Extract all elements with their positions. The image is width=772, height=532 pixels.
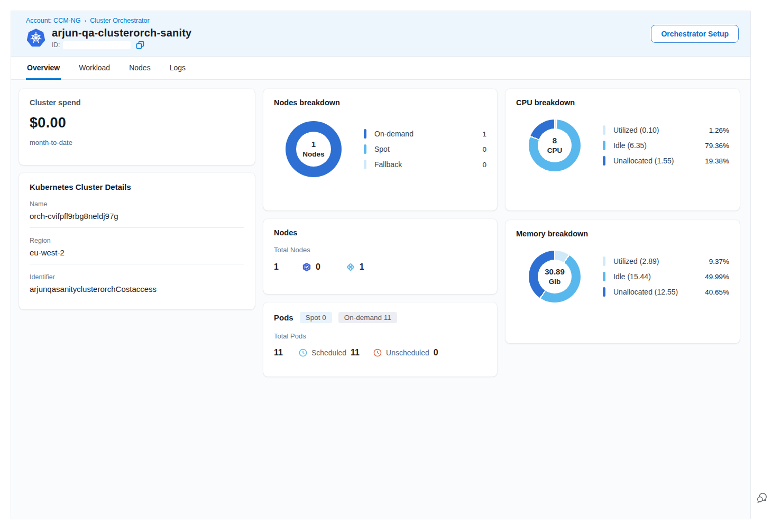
divider xyxy=(30,227,244,228)
donut-center: 30.89 Gib xyxy=(538,260,572,293)
breadcrumb-separator: › xyxy=(85,17,87,24)
pods-stats-row: 11 Scheduled 11 xyxy=(274,348,486,357)
memory-breakdown-legend: Utilized (2.89) 9.37% Idle (15.44) 49.99… xyxy=(603,252,729,301)
scheduled-pods-stat: Scheduled 11 xyxy=(299,348,360,357)
clock-icon-blue xyxy=(299,348,307,357)
pods-card: Pods Spot 0 On-demand 11 Total Pods 11 xyxy=(263,302,497,377)
donut-center-value: 8 xyxy=(553,135,557,146)
tab-overview[interactable]: Overview xyxy=(26,57,61,80)
field-label-identifier: Identifier xyxy=(30,273,244,281)
pods-spot-badge: Spot 0 xyxy=(300,312,332,323)
donut-center-value: 30.89 xyxy=(545,267,565,277)
cluster-id-label: ID: xyxy=(52,41,60,49)
legend-label: Unallocated (1.55) xyxy=(613,157,705,165)
tab-nodes[interactable]: Nodes xyxy=(128,57,151,80)
donut-center-label: Gib xyxy=(549,277,561,287)
spot-hexagon-icon xyxy=(302,262,311,272)
donut-center-label: Nodes xyxy=(302,150,324,159)
field-value-identifier: arjunqasanityclusterorchCostaccess xyxy=(30,285,244,293)
field-label-region: Region xyxy=(30,237,244,244)
nodes-breakdown-legend: On-demand 1 Spot 0 Fallback 0 xyxy=(364,124,486,174)
cluster-spend-period: month-to-date xyxy=(30,139,244,146)
legend-label: Unallocated (12.55) xyxy=(613,288,705,296)
pods-title-row: Pods Spot 0 On-demand 11 xyxy=(274,312,486,323)
unscheduled-pods-stat: Unscheduled 0 xyxy=(373,348,438,357)
field-value-name: orch-cvifpfl9rbg8neldj97g xyxy=(30,212,244,221)
content-area: Cluster spend $0.00 month-to-date Kubern… xyxy=(11,80,750,386)
nodes-breakdown-title: Nodes breakdown xyxy=(274,98,486,107)
cpu-breakdown-card: CPU breakdown 8 CPU Utilized (0.10) 1.26… xyxy=(506,89,740,210)
legend-row: Idle (6.35) 79.36% xyxy=(603,140,729,151)
on-demand-nodes-count: 1 xyxy=(360,262,364,272)
legend-label: On-demand xyxy=(374,130,482,138)
column-right: CPU breakdown 8 CPU Utilized (0.10) 1.26… xyxy=(506,89,740,343)
cluster-spend-amount: $0.00 xyxy=(30,115,244,131)
tab-bar: Overview Workload Nodes Logs xyxy=(11,57,750,80)
breadcrumb: Account: CCM-NG › Cluster Orchestrator xyxy=(26,17,739,24)
legend-marker-unallocated xyxy=(603,287,605,297)
total-nodes-value: 1 xyxy=(274,262,279,272)
legend-row: On-demand 1 xyxy=(364,128,486,140)
panel-header: Account: CCM-NG › Cluster Orchestrator xyxy=(11,11,750,57)
unscheduled-label: Unscheduled xyxy=(386,348,429,357)
nodes-card-title: Nodes xyxy=(274,228,486,237)
nodes-donut-chart: 1 Nodes xyxy=(286,121,342,177)
tab-workload[interactable]: Workload xyxy=(78,57,111,80)
breadcrumb-account-link[interactable]: Account: CCM-NG xyxy=(26,17,81,24)
cpu-breakdown-title: CPU breakdown xyxy=(516,98,729,107)
memory-breakdown-title: Memory breakdown xyxy=(516,230,729,238)
legend-value: 0 xyxy=(482,145,486,153)
on-demand-nodes-stat: 1 xyxy=(346,262,364,272)
cluster-spend-title: Cluster spend xyxy=(30,98,244,107)
legend-value: 49.99% xyxy=(705,273,729,281)
memory-donut-chart: 30.89 Gib xyxy=(529,251,581,302)
field-value-region: eu-west-2 xyxy=(30,248,244,257)
copy-icon[interactable] xyxy=(136,41,144,49)
legend-value: 9.37% xyxy=(709,258,729,265)
title-row: arjun-qa-clusterorch-sanity ID: xyxy=(26,27,739,49)
total-nodes-label: Total Nodes xyxy=(274,246,486,254)
on-demand-diamond-icon xyxy=(346,262,355,272)
scheduled-count: 11 xyxy=(351,348,360,357)
cluster-details-title: Kubernetes Cluster Details xyxy=(30,182,244,191)
legend-marker-idle xyxy=(603,141,605,150)
legend-label: Fallback xyxy=(374,160,482,169)
breadcrumb-section-link[interactable]: Cluster Orchestrator xyxy=(90,17,150,24)
legend-marker-fallback xyxy=(364,160,366,169)
legend-label: Idle (15.44) xyxy=(613,272,705,281)
legend-row: Utilized (0.10) 1.26% xyxy=(603,124,729,136)
spot-nodes-stat: 0 xyxy=(302,262,320,272)
tab-logs[interactable]: Logs xyxy=(169,57,187,80)
kubernetes-icon xyxy=(26,28,46,48)
legend-row: Utilized (2.89) 9.37% xyxy=(603,255,729,267)
nodes-card: Nodes Total Nodes 1 xyxy=(263,219,497,294)
legend-label: Utilized (2.89) xyxy=(613,257,709,265)
legend-value: 40.65% xyxy=(705,288,729,296)
total-pods-value: 11 xyxy=(274,348,283,357)
chat-bubbles-icon[interactable] xyxy=(756,491,768,504)
legend-marker-utilized xyxy=(603,256,605,266)
cluster-id-row: ID: xyxy=(52,41,191,49)
legend-marker-unallocated xyxy=(603,156,605,166)
cpu-donut-chart: 8 CPU xyxy=(529,120,581,171)
legend-label: Idle (6.35) xyxy=(613,141,705,150)
legend-value: 19.38% xyxy=(705,157,729,165)
legend-row: Spot 0 xyxy=(364,143,486,155)
legend-marker-utilized xyxy=(603,125,605,135)
legend-value: 1.26% xyxy=(709,126,729,134)
legend-row: Fallback 0 xyxy=(364,159,486,170)
legend-marker-idle xyxy=(603,272,605,281)
unscheduled-count: 0 xyxy=(434,348,438,357)
title-block: arjun-qa-clusterorch-sanity ID: xyxy=(52,27,191,49)
orchestrator-setup-button[interactable]: Orchestrator Setup xyxy=(651,25,739,43)
legend-row: Unallocated (1.55) 19.38% xyxy=(603,155,729,167)
legend-marker-spot xyxy=(364,144,366,154)
legend-marker-on-demand xyxy=(364,129,366,139)
memory-breakdown-card: Memory breakdown 30.89 Gib Utilized (2.8… xyxy=(506,220,740,343)
legend-row: Idle (15.44) 49.99% xyxy=(603,271,729,282)
field-label-name: Name xyxy=(30,200,244,208)
legend-value: 0 xyxy=(482,161,486,169)
donut-center-value: 1 xyxy=(311,139,316,150)
legend-label: Spot xyxy=(374,145,482,153)
column-middle: Nodes breakdown 1 Nodes On-demand 1 xyxy=(263,89,497,377)
